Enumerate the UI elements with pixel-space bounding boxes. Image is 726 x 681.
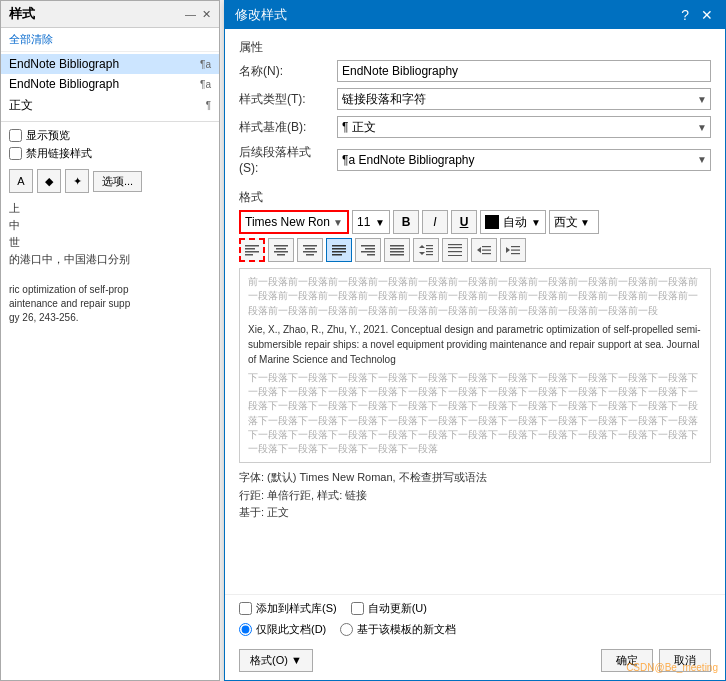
type-select[interactable]: 链接段落和字符 xyxy=(337,88,711,110)
svg-rect-7 xyxy=(277,254,285,256)
disable-linked-styles-checkbox[interactable]: 禁用链接样式 xyxy=(9,146,211,161)
svg-rect-0 xyxy=(245,245,259,247)
panel-pin-btn[interactable]: — xyxy=(185,8,196,21)
lang-arrow-icon: ▼ xyxy=(580,217,590,228)
show-preview-input[interactable] xyxy=(9,129,22,142)
lang-label: 西文 xyxy=(554,214,578,231)
svg-rect-17 xyxy=(365,248,375,250)
auto-update-label[interactable]: 自动更新(U) xyxy=(351,601,427,616)
underline-btn[interactable]: U xyxy=(451,210,477,234)
manage-styles-btn[interactable]: ✦ xyxy=(65,169,89,193)
align-toolbar-row xyxy=(239,238,711,262)
svg-rect-19 xyxy=(367,254,375,256)
base-label: 样式基准(B): xyxy=(239,119,329,136)
style-info: 字体: (默认) Times New Roman, 不检查拼写或语法 行距: 单… xyxy=(239,469,711,522)
align-btn-1[interactable] xyxy=(239,238,265,262)
help-btn[interactable]: ? xyxy=(679,8,691,22)
svg-rect-15 xyxy=(332,254,342,256)
panel-upper-text: 上 xyxy=(9,201,211,216)
base-select[interactable]: ¶ 正文 xyxy=(337,116,711,138)
increase-indent-icon xyxy=(506,244,520,256)
font-name-display: Times New Ron xyxy=(245,215,330,229)
show-preview-label: 显示预览 xyxy=(26,128,70,143)
paragraph-spacing-btn[interactable] xyxy=(442,238,468,262)
bold-btn[interactable]: B xyxy=(393,210,419,234)
svg-rect-41 xyxy=(511,253,520,254)
svg-rect-36 xyxy=(482,250,491,251)
auto-update-checkbox[interactable] xyxy=(351,602,364,615)
list-item[interactable]: 正文 ¶ xyxy=(1,94,219,117)
spacing-info: 行距: 单倍行距, 样式: 链接 xyxy=(239,487,711,505)
color-select-box[interactable]: 自动 ▼ xyxy=(480,210,546,234)
align-btn-5[interactable] xyxy=(355,238,381,262)
only-this-doc-label[interactable]: 仅限此文档(D) xyxy=(239,622,326,637)
align-center-icon xyxy=(303,244,317,256)
list-item[interactable]: EndNote Bibliograph ¶a xyxy=(1,74,219,94)
preview-next-text: 下一段落下一段落下一段落下一段落下一段落下一段落下一段落下一段落下一段落下一段落… xyxy=(248,371,702,457)
panel-port-text: 的港口中，中国港口分别 xyxy=(9,252,211,267)
font-size-display: 11 xyxy=(357,215,370,229)
svg-rect-12 xyxy=(332,245,346,247)
align-btn-4[interactable] xyxy=(326,238,352,262)
add-to-library-checkbox[interactable] xyxy=(239,602,252,615)
preview-main-text: Xie, X., Zhao, R., Zhu, Y., 2021. Concep… xyxy=(248,322,702,367)
item-marker: ¶a xyxy=(200,79,211,90)
add-to-library-label[interactable]: 添加到样式库(S) xyxy=(239,601,337,616)
format-label: 格式 xyxy=(239,189,711,206)
disable-linked-input[interactable] xyxy=(9,147,22,160)
svg-rect-8 xyxy=(303,245,317,247)
watermark: CSDN@Be_meeting xyxy=(626,662,718,673)
type-row: 样式类型(T): 链接段落和字符 ▼ xyxy=(239,88,711,110)
panel-middle-text: 中 xyxy=(9,218,211,233)
style-inspector-btn[interactable]: ◆ xyxy=(37,169,61,193)
list-item[interactable]: EndNote Bibliograph ¶a xyxy=(1,54,219,74)
svg-rect-6 xyxy=(274,251,288,253)
styles-panel-titlebar: 样式 — ✕ xyxy=(1,1,219,28)
line-spacing-btn[interactable] xyxy=(413,238,439,262)
svg-rect-37 xyxy=(482,253,491,254)
dialog-title: 修改样式 xyxy=(235,6,287,24)
next-select[interactable]: ¶a EndNote Bibliography xyxy=(337,149,711,171)
new-template-label[interactable]: 基于该模板的新文档 xyxy=(340,622,456,637)
align-icon-2 xyxy=(274,244,288,256)
name-input[interactable]: EndNote Bibliography xyxy=(337,60,711,82)
color-arrow-icon: ▼ xyxy=(531,217,541,228)
increase-indent-btn[interactable] xyxy=(500,238,526,262)
color-label: 自动 xyxy=(503,214,527,231)
line-spacing-icon xyxy=(419,244,433,256)
align-btn-3[interactable] xyxy=(297,238,323,262)
new-template-radio[interactable] xyxy=(340,623,353,636)
show-preview-checkbox[interactable]: 显示预览 xyxy=(9,128,211,143)
based-on-info: 基于: 正文 xyxy=(239,504,711,522)
align-justify-icon xyxy=(332,244,346,256)
auto-update-text: 自动更新(U) xyxy=(368,601,427,616)
dialog-bottom-section: 添加到样式库(S) 自动更新(U) 仅限此文档(D) 基于该模板的新文档 xyxy=(225,594,725,643)
new-style-btn[interactable]: A xyxy=(9,169,33,193)
panel-close-btn[interactable]: ✕ xyxy=(202,8,211,21)
options-btn[interactable]: 选项... xyxy=(93,171,142,192)
svg-rect-26 xyxy=(426,245,433,246)
svg-rect-28 xyxy=(426,251,433,252)
svg-rect-14 xyxy=(332,251,346,253)
next-style-row: 后续段落样式(S): ¶a EndNote Bibliography ▼ xyxy=(239,144,711,175)
align-btn-6[interactable] xyxy=(384,238,410,262)
font-select-box[interactable]: Times New Ron ▼ xyxy=(239,210,349,234)
svg-rect-10 xyxy=(303,251,317,253)
decrease-indent-btn[interactable] xyxy=(471,238,497,262)
lang-select-box[interactable]: 西文 ▼ xyxy=(549,210,599,234)
only-this-doc-radio[interactable] xyxy=(239,623,252,636)
format-dropdown-btn[interactable]: 格式(O) ▼ xyxy=(239,649,313,672)
item-label: 正文 xyxy=(9,97,206,114)
disable-linked-label: 禁用链接样式 xyxy=(26,146,92,161)
type-select-wrapper: 链接段落和字符 ▼ xyxy=(337,88,711,110)
dialog-close-btn[interactable]: ✕ xyxy=(699,8,715,22)
name-label: 名称(N): xyxy=(239,63,329,80)
panel-action-buttons: A ◆ ✦ 选项... xyxy=(1,165,219,197)
italic-btn[interactable]: I xyxy=(422,210,448,234)
preview-prev-text: 前一段落前一段落前一段落前一段落前一段落前一段落前一段落前一段落前一段落前一段落… xyxy=(248,275,702,318)
clear-all-btn[interactable]: 全部清除 xyxy=(1,28,219,52)
size-select-box[interactable]: 11 ▼ xyxy=(352,210,390,234)
color-swatch xyxy=(485,215,499,229)
align-btn-2[interactable] xyxy=(268,238,294,262)
item-label: EndNote Bibliograph xyxy=(9,57,200,71)
